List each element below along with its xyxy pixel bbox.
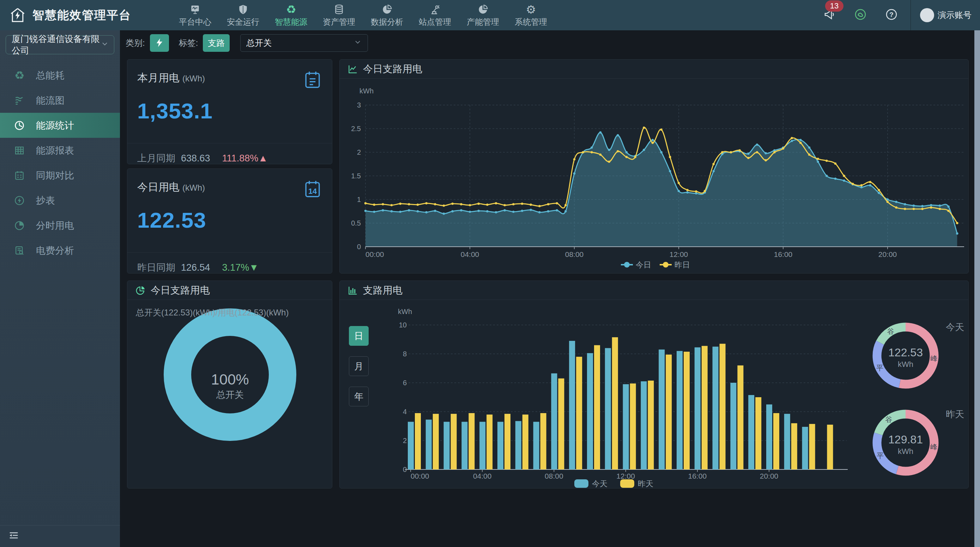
tou-donut-昨天: 峰平谷129.81kWh昨天 [877, 409, 964, 471]
total-switch-donut: 100%总开关 [177, 322, 283, 427]
nav-item-系统管理[interactable]: ⚙系统管理 [514, 3, 548, 27]
category-electric-button[interactable] [150, 34, 169, 52]
sidebar-item-分时用电[interactable]: 分时用电 [0, 213, 120, 238]
svg-text:16:00: 16:00 [774, 250, 793, 258]
sidebar: 厦门锐谷通信设备有限公司 ♻总能耗能流图能源统计能源报表同期对比抄表分时用电电费… [0, 30, 120, 547]
nav-item-label: 数据分析 [371, 17, 403, 27]
pie-chart-icon [135, 285, 146, 296]
divider [127, 252, 332, 253]
nav-item-站点管理[interactable]: 站点管理 [418, 3, 452, 27]
sidebar-item-电费分析[interactable]: 电费分析 [0, 238, 120, 263]
svg-text:10: 10 [399, 321, 407, 329]
bar-yesterday-h11 [612, 337, 618, 469]
branch-select-value: 总开关 [246, 37, 272, 49]
nav-item-资产管理[interactable]: 资产管理 [322, 3, 356, 27]
svg-text:峰: 峰 [930, 443, 937, 451]
sidebar-item-label: 能源报表 [36, 144, 74, 157]
svg-text:昨天: 昨天 [638, 479, 653, 488]
shield-icon [237, 3, 249, 15]
sidebar-item-能流图[interactable]: 能流图 [0, 88, 120, 113]
robot-arm-icon [430, 3, 441, 15]
help-icon[interactable]: ? [885, 8, 898, 22]
line-chart-plot: kWh00.511.522.5300:0004:0008:0012:0016:0… [351, 87, 964, 258]
sidebar-item-抄表[interactable]: 抄表 [0, 188, 120, 213]
svg-text:4: 4 [403, 408, 407, 415]
donut-card-header: 今日支路用电 [127, 281, 332, 300]
tou-donut-今天: 峰平谷122.53kWh今天 [876, 322, 964, 384]
today-usage-value: 122.53 [137, 208, 206, 233]
svg-text:2.5: 2.5 [351, 125, 361, 133]
bar-card-title: 支路用电 [363, 284, 402, 297]
svg-text:1: 1 [357, 196, 361, 203]
svg-text:16:00: 16:00 [688, 472, 707, 480]
sidebar-item-label: 电费分析 [36, 244, 74, 257]
bar-today-h2 [444, 422, 450, 469]
bar-yesterday-h10 [594, 345, 600, 469]
notification-bell-icon[interactable]: 13 [823, 8, 836, 22]
svg-text:昨天: 昨天 [946, 409, 964, 419]
sidebar-item-label: 同期对比 [36, 169, 74, 182]
avatar[interactable] [920, 8, 934, 22]
sidebar-item-能源报表[interactable]: 能源报表 [0, 138, 120, 163]
table-icon [13, 144, 25, 157]
svg-text:129.81: 129.81 [888, 433, 923, 446]
recycle-icon: ♻ [286, 3, 296, 15]
bar-yesterday-h21 [791, 423, 797, 469]
nav-item-平台中心[interactable]: 平台中心 [178, 3, 212, 27]
bar-yesterday-h23 [827, 425, 833, 469]
app-title: 智慧能效管理平台 [32, 7, 131, 23]
nav-item-label: 智慧能源 [275, 17, 307, 27]
svg-text:今日: 今日 [636, 260, 651, 269]
bar-yesterday-h1 [433, 414, 439, 469]
svg-text:08:00: 08:00 [565, 250, 584, 258]
sidebar-item-label: 总能耗 [36, 69, 65, 82]
svg-text:kWh: kWh [898, 360, 913, 369]
today-usage-title: 今日用电(kWh) [137, 180, 205, 195]
account-name[interactable]: 演示账号 [938, 10, 972, 21]
bar-today-h21 [784, 414, 790, 469]
bar-card-header: 支路用电 [340, 281, 968, 300]
bar-today-h17 [713, 347, 719, 470]
bar-yesterday-h19 [755, 397, 761, 469]
nav-item-安全运行[interactable]: 安全运行 [226, 3, 260, 27]
nav-item-产能管理[interactable]: 产能管理 [466, 3, 500, 27]
today-branch-donut-card: 今日支路用电 总开关(122.53)(kWh)/用电(122.53)(kWh) … [127, 281, 332, 488]
branch-bar-card: 支路用电 日月年 kWh024681000:0004:0008:0012:001… [339, 281, 969, 488]
percent-down: 3.17%▼ [222, 262, 259, 273]
nav-item-label: 站点管理 [419, 17, 451, 27]
green-link-icon[interactable] [854, 8, 867, 22]
sidebar-collapse[interactable] [0, 525, 120, 547]
svg-text:100%: 100% [211, 371, 249, 388]
line-chart-legend[interactable]: 今日昨日 [621, 260, 690, 269]
sidebar-item-label: 能源统计 [36, 119, 74, 132]
sidebar-item-label: 分时用电 [36, 219, 74, 232]
svg-text:1.5: 1.5 [351, 172, 361, 180]
bill-search-icon [13, 244, 25, 257]
svg-text:12:00: 12:00 [616, 472, 635, 480]
svg-text:0: 0 [357, 243, 361, 251]
bar-today-h11 [605, 348, 611, 469]
month-usage-card: 本月用电(kWh) 1,353.1 上月同期 638.63 111.88%▲ [127, 59, 332, 164]
bar-chart-icon [347, 285, 358, 296]
bar-today-h22 [802, 427, 808, 469]
bar-today-h4 [479, 422, 485, 469]
up-arrow-icon: ▲ [258, 153, 268, 163]
company-select[interactable]: 厦门锐谷通信设备有限公司 [6, 35, 114, 54]
nav-item-数据分析[interactable]: 数据分析 [370, 3, 404, 27]
svg-text:谷: 谷 [885, 415, 892, 423]
nav-item-智慧能源[interactable]: ♻智慧能源 [274, 3, 308, 27]
donut-chart-svg: 100%总开关 [127, 300, 332, 488]
bar-today-h20 [766, 404, 772, 470]
svg-text:00:00: 00:00 [366, 250, 384, 258]
tag-branch-button[interactable]: 支路 [203, 34, 230, 52]
sidebar-item-同期对比[interactable]: 同期对比 [0, 163, 120, 188]
bar-chart-legend[interactable]: 今天昨天 [574, 479, 653, 488]
line-chart-icon [347, 64, 358, 75]
bar-today-h15 [677, 351, 682, 469]
sidebar-item-能源统计[interactable]: 能源统计 [0, 113, 120, 138]
bar-today-h6 [515, 421, 522, 469]
branch-select[interactable]: 总开关 [240, 34, 368, 52]
svg-text:?: ? [889, 11, 893, 18]
vertical-scrollbar[interactable] [974, 30, 980, 547]
sidebar-item-总能耗[interactable]: ♻总能耗 [0, 63, 120, 88]
